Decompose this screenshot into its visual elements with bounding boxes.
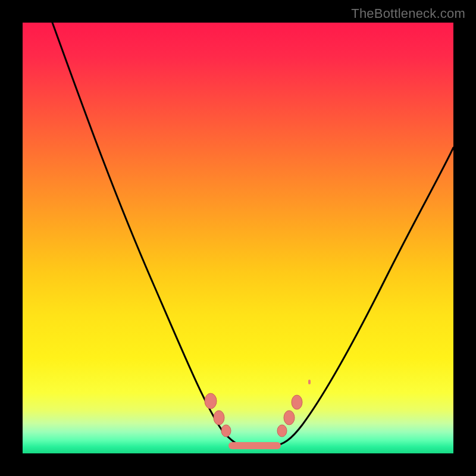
bead-right-2	[284, 411, 295, 425]
watermark-text: TheBottleneck.com	[351, 6, 465, 21]
curve-layer	[23, 23, 453, 453]
bead-right-3	[292, 395, 302, 409]
left-curve	[52, 23, 248, 446]
bead-right-1	[277, 425, 287, 437]
bead-left-3	[221, 425, 231, 437]
bead-left-2	[214, 411, 224, 425]
tiny-speck-right	[308, 380, 311, 384]
chart-stage: TheBottleneck.com	[0, 0, 476, 476]
bead-left-1	[205, 393, 217, 409]
